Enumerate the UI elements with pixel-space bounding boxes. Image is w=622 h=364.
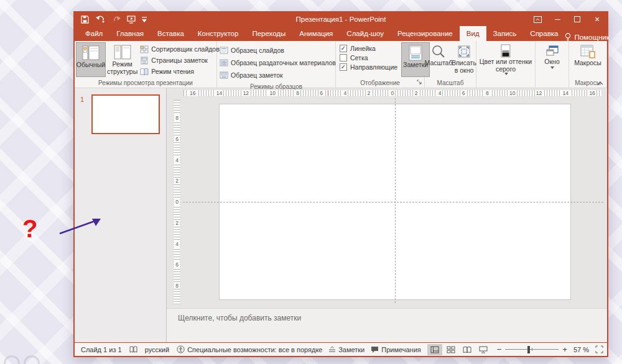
reading-view-button[interactable]: Режим чтения [140, 66, 220, 76]
status-bar-left: Слайд 1 из 1 русский Специальные возможн… [81, 345, 322, 353]
color-grayscale-button[interactable]: Цвет или оттенки серого [478, 42, 534, 77]
vertical-ruler-numbers: 864202468 [174, 115, 180, 289]
redo-icon[interactable] [113, 16, 121, 23]
macros-button[interactable]: Макросы [571, 42, 605, 77]
grid-checkbox[interactable]: Сетка [340, 54, 397, 61]
vertical-guide[interactable] [395, 98, 396, 303]
notes-master-icon [220, 71, 228, 79]
notes-button-icon [408, 45, 423, 61]
view-normal-button[interactable] [427, 344, 442, 355]
notes-master-button[interactable]: Образец заметок [220, 70, 336, 80]
vertical-ruler[interactable]: 864202468 [173, 99, 181, 306]
notes-master-label: Образец заметок [231, 71, 283, 79]
dialog-launcher-icon[interactable] [417, 80, 422, 84]
dropdown-caret-icon [504, 73, 508, 75]
zoom-level[interactable]: 57 % [573, 346, 589, 353]
zoom-button[interactable]: Масштаб [426, 42, 451, 77]
group-color-grayscale: Цвет или оттенки серого [476, 41, 536, 88]
ruler-number: 14 [215, 90, 223, 96]
normal-view-button[interactable]: Обычный [76, 42, 106, 77]
ribbon-tab[interactable]: Слайд-шоу [340, 26, 391, 41]
ruler-checkbox-label: Линейка [350, 45, 376, 52]
ruler-checkbox[interactable]: ✓ Линейка [340, 45, 397, 52]
zoom-slider-thumb[interactable] [527, 346, 530, 353]
ruler-number: 12 [242, 90, 250, 96]
ruler-number: 0 [174, 199, 180, 205]
question-mark-annotation: ? [22, 215, 37, 243]
ruler-checkbox-box[interactable]: ✓ [340, 45, 347, 52]
horizontal-guide[interactable] [183, 202, 603, 202]
ribbon-display-options-icon[interactable] [527, 12, 547, 26]
view-sorter-button[interactable] [443, 344, 458, 355]
view-slideshow-button[interactable] [476, 344, 491, 355]
save-icon[interactable] [81, 16, 89, 24]
slide-master-button[interactable]: Образец слайдов [220, 45, 336, 55]
normal-view-icon [82, 45, 100, 61]
spellcheck-book-icon[interactable] [129, 345, 137, 353]
group-label-presentation-views: Режимы просмотра презентации [76, 78, 215, 88]
ruler-number: 6 [461, 90, 466, 96]
start-slideshow-icon[interactable] [127, 16, 136, 24]
handout-master-button[interactable]: Образец раздаточных материалов [220, 58, 336, 68]
minimize-icon[interactable] [547, 12, 567, 26]
fit-to-window-label: Вписать в окно [452, 59, 476, 74]
outline-view-button[interactable]: Режим структуры [106, 42, 139, 77]
ruler-number: 6 [174, 262, 180, 268]
fit-slide-icon[interactable] [595, 345, 603, 353]
notes-toggle-label: Заметки [338, 346, 364, 353]
tab-assistant[interactable]: Помощник [565, 33, 609, 41]
ribbon-tab[interactable]: Вид [460, 26, 486, 41]
view-slideshow-icon [479, 346, 488, 353]
guides-checkbox-box[interactable]: ✓ [340, 63, 347, 71]
slide-canvas-area[interactable]: 864202468 [167, 98, 607, 308]
ribbon-tab[interactable]: Вставка [151, 26, 191, 41]
ribbon-tab[interactable]: Главная [109, 26, 151, 41]
guides-checkbox[interactable]: ✓ Направляющие [340, 63, 397, 71]
zoom-in-icon[interactable]: + [562, 345, 567, 353]
ribbon-tab[interactable]: Запись [486, 26, 524, 41]
close-icon[interactable]: × [587, 12, 607, 26]
background-circle-decoration [24, 355, 40, 364]
group-label-show: Отображение [337, 78, 423, 88]
undo-icon[interactable] [95, 16, 106, 23]
horizontal-ruler-row: 1614121086420246810121416 [167, 88, 607, 98]
view-sorter-icon [447, 346, 455, 353]
horizontal-ruler-numbers: 1614121086420246810121416 [183, 90, 601, 96]
accessibility-icon [177, 345, 185, 353]
zoom-slider[interactable] [505, 346, 559, 353]
macros-icon [580, 44, 596, 59]
ribbon-tabs: ФайлГлавнаяВставкаКонструкторПереходыАни… [78, 26, 565, 41]
notes-toggle[interactable]: Заметки [328, 346, 364, 353]
comments-toggle[interactable]: Примечания [371, 346, 421, 353]
zoom-out-icon[interactable]: − [497, 345, 502, 353]
fit-to-window-button[interactable]: Вписать в окно [451, 42, 477, 77]
ribbon-tab[interactable]: Справка [523, 26, 565, 41]
maximize-icon[interactable] [567, 12, 587, 26]
view-reading-button[interactable] [460, 344, 475, 355]
customize-qat-icon[interactable] [142, 17, 147, 22]
language-indicator[interactable]: русский [145, 346, 169, 353]
main-area: 1 1614121086420246810121416 864202468 [75, 88, 607, 342]
accessibility-status[interactable]: Специальные возможности: все в порядке [177, 345, 322, 353]
notes-pane[interactable]: Щелкните, чтобы добавить заметки [167, 308, 607, 342]
notes-pages-button[interactable]: Страницы заметок [140, 55, 220, 65]
ribbon-tab[interactable]: Переходы [245, 26, 292, 41]
ribbon-tab[interactable]: Анимация [292, 26, 340, 41]
notes-pane-icon [328, 346, 336, 353]
grid-checkbox-label: Сетка [350, 54, 368, 61]
slide-thumbnail[interactable] [91, 94, 160, 134]
grid-checkbox-box[interactable] [340, 54, 347, 61]
editor-area: 1614121086420246810121416 864202468 Щелк… [167, 88, 607, 342]
window-button[interactable]: Окно [538, 42, 567, 77]
horizontal-ruler[interactable]: 1614121086420246810121416 [183, 89, 602, 97]
color-grayscale-label: Цвет или оттенки серого [479, 58, 532, 73]
slide-sorter-label: Сортировщик слайдов [151, 45, 220, 53]
ribbon-tab[interactable]: Рецензирование [391, 26, 460, 41]
ribbon-tab[interactable]: Конструктор [191, 26, 246, 41]
outline-view-label: Режим структуры [107, 60, 137, 75]
notes-placeholder: Щелкните, чтобы добавить заметки [178, 314, 301, 322]
collapse-ribbon-icon[interactable] [597, 81, 603, 85]
window-button-label: Окно [544, 58, 559, 65]
slide-sorter-button[interactable]: Сортировщик слайдов [140, 44, 220, 54]
ribbon-tab[interactable]: Файл [78, 26, 109, 41]
